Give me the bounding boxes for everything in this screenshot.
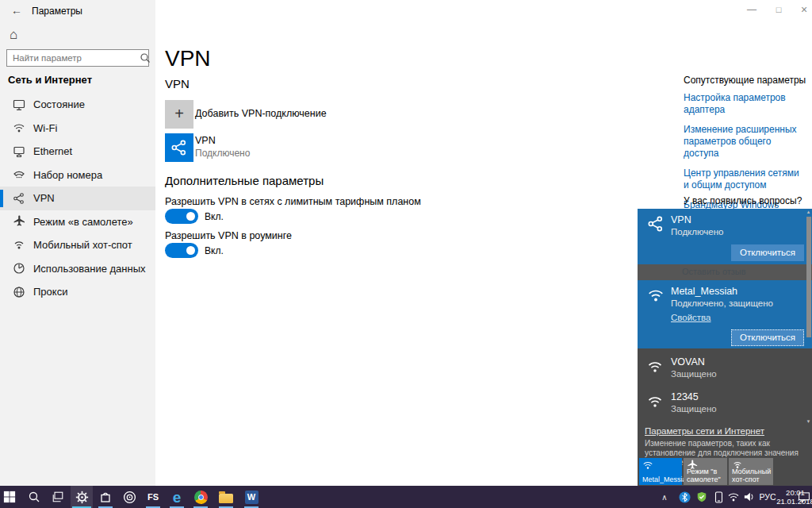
settings-search bbox=[6, 49, 149, 67]
gear-icon bbox=[75, 491, 89, 504]
vpn-connection-item[interactable] bbox=[165, 133, 193, 162]
add-vpn-button[interactable]: + bbox=[165, 100, 193, 129]
store-taskbar-button[interactable] bbox=[94, 486, 117, 508]
sidebar-item-hotspot[interactable]: Мобильный хот-спот bbox=[0, 233, 155, 257]
settings-sidebar: ⌂ Сеть и Интернет Состояние Wi-Fi Ethern… bbox=[0, 0, 155, 486]
wifi-quick-tile[interactable]: Metal_Messiah bbox=[639, 458, 682, 485]
tile-label: Мобильный хот-спот bbox=[732, 468, 772, 483]
sidebar-item-dialup[interactable]: Набор номера bbox=[0, 164, 155, 187]
edge-button[interactable]: e bbox=[166, 486, 188, 508]
proxy-icon bbox=[11, 286, 27, 298]
task-view-button[interactable] bbox=[47, 486, 69, 508]
vpn-section-title: VPN bbox=[165, 77, 190, 90]
maximize-button[interactable]: □ bbox=[766, 0, 791, 19]
sidebar-item-wifi[interactable]: Wi-Fi bbox=[0, 117, 155, 140]
action-center-icon bbox=[798, 491, 810, 503]
tray-wifi[interactable] bbox=[726, 486, 741, 508]
sidebar-nav: Состояние Wi-Fi Ethernet Набор номера VP… bbox=[0, 93, 155, 304]
sidebar-item-airplane[interactable]: Режим «в самолете» bbox=[0, 210, 155, 234]
tile-label: Режим "в самолете" bbox=[687, 468, 726, 483]
word-icon: W bbox=[245, 491, 259, 504]
link-advanced-sharing[interactable]: Изменение расширенных параметров общего … bbox=[684, 124, 802, 160]
language-indicator: РУС bbox=[759, 492, 776, 502]
sidebar-item-label: VPN bbox=[33, 192, 55, 204]
network-settings-link[interactable]: Параметры сети и Интернет bbox=[645, 426, 764, 436]
page-title: VPN bbox=[165, 46, 211, 71]
tray-phone[interactable] bbox=[712, 486, 725, 508]
roaming-toggle[interactable] bbox=[165, 243, 198, 258]
target-app-button[interactable] bbox=[118, 486, 140, 508]
sidebar-item-label: Мобильный хот-спот bbox=[33, 239, 132, 251]
dialup-icon bbox=[11, 168, 27, 181]
link-adapter-settings[interactable]: Настройка параметров адаптера bbox=[684, 92, 802, 116]
search-icon bbox=[28, 491, 40, 503]
vpn-connection-name[interactable]: VPN bbox=[195, 135, 216, 146]
scrollbar-thumb[interactable] bbox=[806, 217, 811, 337]
metered-toggle-label: Разрешить VPN в сетях с лимитным тарифны… bbox=[165, 196, 421, 207]
network-properties-link[interactable]: Свойства bbox=[671, 313, 711, 322]
connected-network-name: Metal_Messiah bbox=[671, 286, 737, 297]
ethernet-icon bbox=[11, 145, 27, 158]
chrome-icon bbox=[194, 491, 208, 504]
mobile-hotspot-quick-tile[interactable]: Мобильный хот-спот bbox=[729, 458, 773, 485]
tray-volume[interactable] bbox=[742, 486, 756, 508]
sidebar-item-status[interactable]: Состояние bbox=[0, 93, 155, 117]
task-view-icon bbox=[52, 491, 64, 503]
sidebar-item-label: Прокси bbox=[33, 286, 67, 298]
close-button[interactable]: × bbox=[791, 0, 812, 19]
explorer-button[interactable] bbox=[215, 486, 237, 508]
search-icon[interactable] bbox=[138, 52, 152, 64]
phone-icon bbox=[714, 491, 723, 503]
airplane-mode-quick-tile[interactable]: Режим "в самолете" bbox=[684, 458, 727, 485]
chrome-button[interactable] bbox=[190, 486, 212, 508]
tray-show-hidden-icons[interactable]: ∧ bbox=[658, 486, 671, 508]
fs-app-button[interactable]: FS bbox=[142, 486, 164, 508]
link-network-center[interactable]: Центр управления сетями и общим доступом bbox=[684, 167, 802, 191]
advanced-section-title: Дополнительные параметры bbox=[165, 174, 324, 187]
flyout-scrollbar[interactable]: ▲ ▼ bbox=[805, 209, 812, 425]
vpn-disconnect-button[interactable]: Отключиться bbox=[731, 244, 804, 261]
network-status: Защищено bbox=[671, 369, 717, 379]
minimize-button[interactable]: — bbox=[739, 0, 764, 19]
home-icon[interactable]: ⌂ bbox=[10, 27, 17, 43]
fs-app-icon: FS bbox=[147, 492, 159, 502]
sidebar-item-ethernet[interactable]: Ethernet bbox=[0, 140, 155, 164]
tray-security[interactable] bbox=[695, 486, 709, 508]
network-name: VOVAN bbox=[671, 356, 705, 368]
flyout-network-12345[interactable]: 12345 Защищено bbox=[638, 387, 812, 421]
sidebar-item-label: Wi-Fi bbox=[33, 122, 57, 134]
action-center-button[interactable] bbox=[796, 486, 812, 508]
add-vpn-label[interactable]: Добавить VPN-подключение bbox=[195, 108, 327, 119]
scroll-up-icon[interactable]: ▲ bbox=[805, 210, 812, 214]
flyout-connected-network[interactable]: Metal_Messiah Подключено, защищено Свойс… bbox=[638, 280, 812, 348]
store-bag-icon bbox=[99, 491, 112, 503]
flyout-network-vovan[interactable]: VOVAN Защищено bbox=[638, 352, 812, 387]
sidebar-item-vpn[interactable]: VPN bbox=[0, 187, 155, 210]
airplane-icon bbox=[11, 215, 27, 228]
taskbar-search-button[interactable] bbox=[23, 486, 45, 508]
bluetooth-icon bbox=[679, 491, 691, 503]
start-button[interactable] bbox=[0, 486, 21, 508]
window-title: Параметры bbox=[32, 6, 82, 17]
vpn-connection-status: Подключено bbox=[195, 148, 250, 159]
sidebar-item-data-usage[interactable]: Использование данных bbox=[0, 257, 155, 281]
network-disconnect-button[interactable]: Отключиться bbox=[731, 329, 804, 346]
vpn-icon bbox=[647, 215, 665, 233]
back-button[interactable]: ← bbox=[8, 4, 25, 18]
wifi-icon bbox=[727, 491, 740, 503]
connected-network-status: Подключено, защищено bbox=[671, 298, 773, 308]
tray-bluetooth[interactable] bbox=[677, 486, 691, 508]
sidebar-item-label: Набор номера bbox=[33, 169, 102, 181]
roaming-toggle-state: Вкл. bbox=[205, 245, 224, 256]
word-button[interactable]: W bbox=[240, 486, 262, 508]
search-input[interactable] bbox=[7, 53, 138, 63]
scroll-down-icon[interactable]: ▼ bbox=[805, 419, 812, 424]
sidebar-item-proxy[interactable]: Прокси bbox=[0, 280, 155, 304]
sidebar-section-title: Сеть и Интернет bbox=[8, 74, 92, 86]
network-status: Защищено bbox=[671, 404, 717, 414]
flyout-vpn-status: Подключено bbox=[671, 227, 724, 237]
settings-taskbar-button[interactable] bbox=[71, 486, 93, 508]
flyout-vpn-item[interactable]: VPN Подключено Отключиться bbox=[638, 209, 812, 264]
metered-toggle[interactable] bbox=[165, 209, 198, 224]
sidebar-item-label: Использование данных bbox=[33, 263, 146, 275]
